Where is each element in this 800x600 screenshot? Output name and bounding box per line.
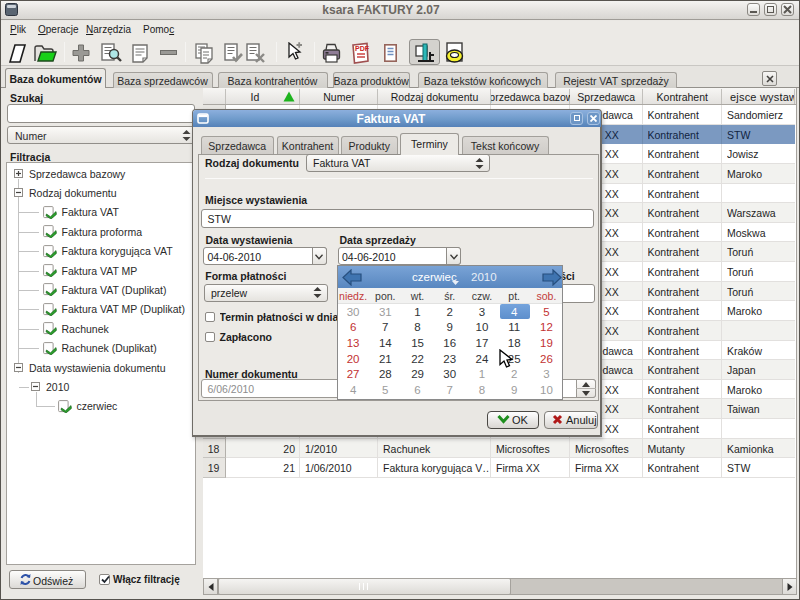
svg-text:PDF: PDF xyxy=(355,45,370,52)
